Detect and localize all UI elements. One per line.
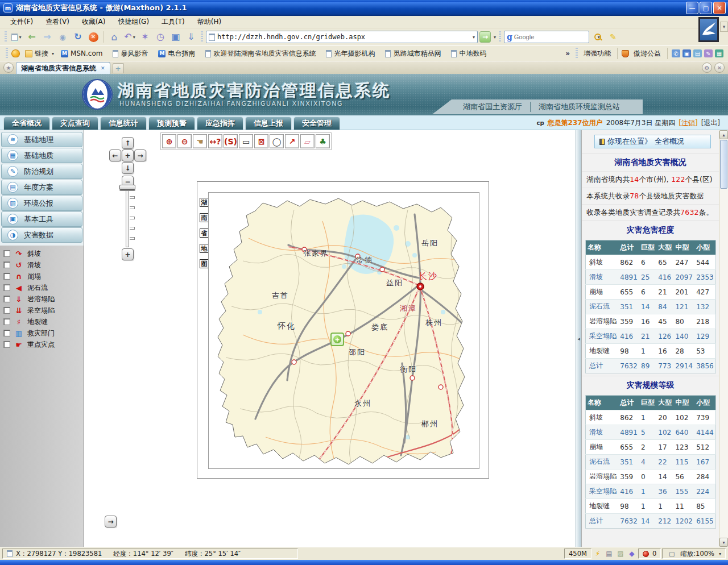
history-button[interactable]: ◷ — [154, 30, 167, 44]
sidebar-group-button[interactable]: ▣ 基本工具 — [1, 211, 82, 227]
link-item[interactable]: 暴风影音 — [110, 48, 154, 60]
chevron-down-icon[interactable]: ▾ — [19, 35, 21, 40]
boost-bolt-icon[interactable]: ⚡ — [593, 550, 603, 558]
layer-row[interactable]: ↺ 滑坡 — [3, 259, 84, 271]
magic-fill-button[interactable]: ✶ — [138, 30, 152, 44]
stop-button[interactable]: ✕ — [86, 30, 100, 44]
map-tool-button[interactable]: ⊠ — [254, 134, 268, 148]
nav-tab[interactable]: 信息上报 — [245, 117, 292, 130]
refresh-button[interactable]: ↻ — [71, 30, 85, 44]
layer-row[interactable]: ▥ 救灾部门 — [3, 327, 84, 339]
layer-row[interactable]: ☛ 重点灾点 — [3, 339, 84, 350]
link-item[interactable]: 觅路城市精品网 — [382, 48, 447, 60]
map-tool-button[interactable]: ⊕ — [162, 134, 176, 148]
new-tab-button[interactable]: + — [113, 63, 124, 73]
layer-checkbox[interactable] — [3, 250, 10, 257]
blocked-counter[interactable]: 0 — [638, 549, 661, 559]
search-button[interactable] — [591, 30, 605, 44]
sidebar-group-button[interactable]: ▧ 环境公报 — [1, 196, 82, 211]
zoom-slider-track[interactable] — [126, 188, 129, 247]
favorites-star-button[interactable]: ★ — [3, 63, 14, 73]
pan-left-button[interactable]: ← — [109, 149, 121, 161]
zoom-control[interactable]: ▢ 缩放:100% ▾ — [662, 549, 726, 559]
browser-window-icon[interactable]: ▣ — [682, 49, 691, 57]
map-tool-button[interactable]: (S) — [224, 134, 238, 148]
menu-item[interactable]: 文件(F) — [5, 16, 39, 28]
pan-right-button[interactable]: → — [134, 149, 146, 161]
map-tool-button[interactable]: ↗ — [285, 134, 299, 148]
favorites-heart-icon[interactable] — [11, 49, 20, 57]
window-list-button[interactable]: ▣ — [169, 30, 183, 44]
banner-link[interactable]: 湖南省国土资源厅 — [455, 102, 530, 112]
pan-center-button[interactable]: + — [122, 149, 134, 161]
nav-tab[interactable]: 安全管理 — [293, 117, 340, 130]
layer-row[interactable]: ⇊ 采空塌陷 — [3, 305, 84, 316]
scroll-down-button[interactable]: ▾ — [719, 538, 728, 547]
panel-splitter[interactable]: ◂ — [576, 130, 581, 547]
menu-item[interactable]: 工具(T) — [156, 16, 191, 28]
zoom-dropdown-icon[interactable]: ▾ — [719, 551, 721, 556]
scrollbar-thumb[interactable] — [720, 140, 727, 189]
sidebar-group-button[interactable]: ▦ 基础地质 — [1, 148, 82, 163]
exit-link[interactable]: [退出] — [701, 118, 720, 128]
new-window-icon[interactable]: ▨ — [615, 550, 626, 558]
layer-checkbox[interactable] — [3, 284, 10, 291]
history-dropdown-button[interactable]: ◉ — [56, 30, 69, 44]
map-zoom-overlay-button[interactable]: + — [330, 333, 344, 346]
pens-icon[interactable]: ✎ — [704, 49, 713, 57]
zoom-in-step-button[interactable]: + — [122, 248, 134, 260]
toolbar-overflow-chevron[interactable]: ▾ — [720, 22, 728, 32]
address-dropdown-icon[interactable]: ▾ — [473, 35, 475, 40]
sidebar-group-button[interactable]: ◑ 灾害数据 — [1, 227, 82, 243]
close-tabs-button[interactable]: ✕ — [714, 63, 725, 73]
tab-close-icon[interactable]: ✕ — [101, 65, 105, 71]
maxthon-charity-button[interactable]: 傲游公益 — [631, 49, 663, 59]
nav-tab[interactable]: 信息统计 — [100, 117, 147, 130]
linksbar-grip[interactable] — [6, 48, 8, 59]
menu-item[interactable]: 帮助(H) — [192, 16, 227, 28]
layer-checkbox[interactable] — [3, 261, 10, 268]
layer-checkbox[interactable] — [3, 307, 10, 314]
sidebar-group-button[interactable]: ≋ 基础地理 — [1, 132, 82, 147]
layer-row[interactable]: ∩ 崩塌 — [3, 271, 84, 282]
popup-blocker-icon[interactable]: ▤ — [604, 550, 614, 558]
map-tool-button[interactable]: ♣ — [316, 134, 330, 148]
menu-item[interactable]: 快捷组(G) — [112, 16, 155, 28]
layer-row[interactable]: ◀ 泥石流 — [3, 282, 84, 293]
layer-row[interactable]: ♯ 地裂缝 — [3, 316, 84, 327]
zoom-slider-handle[interactable] — [119, 185, 135, 190]
layer-checkbox[interactable] — [3, 330, 10, 336]
map-tool-button[interactable]: ◯ — [270, 134, 284, 148]
map-canvas[interactable]: 张家界常德岳阳益阳长沙吉首湘潭株州怀化娄底邵阳衡阳永州郴州 + — [208, 192, 479, 469]
layer-row[interactable]: ⇓ 岩溶塌陷 — [3, 293, 84, 305]
search-box[interactable]: g ▾ — [504, 31, 589, 43]
nav-tab[interactable]: 预测预警 — [148, 117, 195, 130]
map-tool-button[interactable]: ▱ — [300, 134, 315, 148]
address-input[interactable] — [217, 33, 469, 41]
layer-checkbox[interactable] — [3, 341, 10, 348]
back-button[interactable]: ← — [25, 30, 39, 44]
layer-checkbox[interactable] — [3, 296, 10, 302]
pan-down-button[interactable]: ↓ — [122, 162, 134, 174]
menu-item[interactable]: 查看(V) — [40, 16, 75, 28]
menu-item[interactable]: 收藏(A) — [76, 16, 111, 28]
banner-link[interactable]: 湖南省地质环境监测总站 — [530, 102, 628, 112]
content-filter-icon[interactable]: ◆ — [627, 550, 637, 558]
address-bar[interactable]: ▾ — [206, 31, 478, 43]
pan-up-button[interactable]: ↑ — [122, 137, 134, 149]
go-dropdown-icon[interactable]: ▾ — [494, 35, 496, 40]
chevron-down-icon[interactable]: ▾ — [133, 35, 135, 40]
notepad-icon[interactable]: ▤ — [693, 49, 702, 57]
enhance-features-button[interactable]: 增强功能 — [581, 49, 613, 59]
layer-checkbox[interactable] — [3, 318, 10, 325]
map-tool-button[interactable]: ↔? — [208, 134, 222, 148]
link-item[interactable]: 中地数码 — [448, 48, 493, 60]
go-button[interactable]: → — [479, 31, 491, 43]
linksbar-grip[interactable] — [576, 48, 578, 59]
forward-button[interactable]: → — [40, 30, 54, 44]
sidebar-group-button[interactable]: ▤ 年度方案 — [1, 180, 82, 195]
minimize-button[interactable]: — — [686, 2, 698, 14]
undo-button[interactable]: ↶▾ — [123, 30, 136, 44]
toolbar-grip[interactable] — [201, 31, 203, 43]
link-item[interactable]: 链接▾ — [22, 48, 57, 60]
